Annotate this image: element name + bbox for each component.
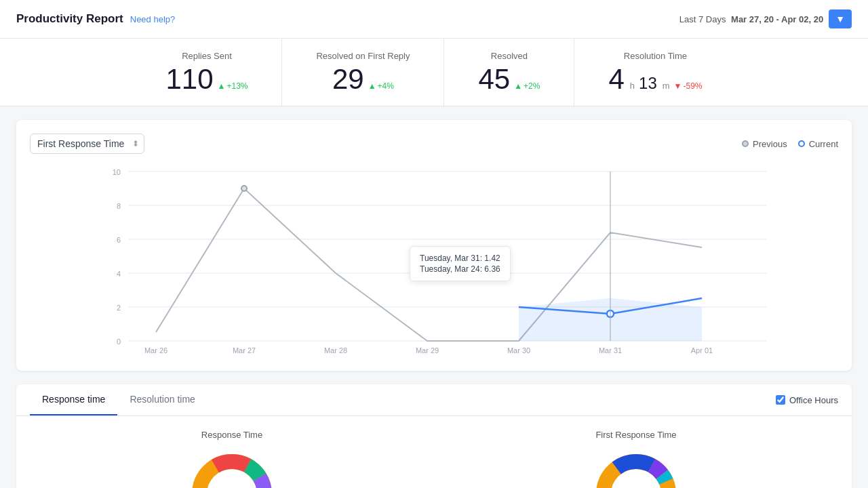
- stat-label-resolution: Resolution Time: [608, 51, 702, 61]
- svg-text:Mar 31: Mar 31: [599, 346, 622, 354]
- stat-change-resolved: ▲ +2%: [514, 81, 540, 91]
- svg-text:2: 2: [117, 304, 121, 312]
- tab-response-time[interactable]: Response time: [30, 384, 117, 415]
- header-left: Productivity Report Need help?: [16, 12, 175, 26]
- page-title: Productivity Report: [16, 12, 123, 26]
- header: Productivity Report Need help? Last 7 Da…: [0, 0, 868, 39]
- date-label: Last 7 Days Mar 27, 20 - Apr 02, 20: [679, 14, 823, 24]
- chart-legend: Previous Current: [742, 139, 838, 149]
- svg-text:Mar 28: Mar 28: [324, 346, 347, 354]
- chart-header: First Response Time Previous Current: [30, 134, 838, 154]
- office-hours-label: Office Hours: [789, 395, 838, 405]
- svg-text:8: 8: [117, 202, 121, 210]
- date-range: Mar 27, 20 - Apr 02, 20: [731, 14, 823, 24]
- stat-resolution-time: Resolution Time 4 h 13 m ▼ -59%: [574, 39, 736, 106]
- chart-metric-select[interactable]: First Response Time: [30, 134, 144, 154]
- stat-value-replies: 110 ▲ +13%: [165, 65, 248, 94]
- stat-change-resolution: ▼ -59%: [674, 81, 703, 91]
- stat-replies-sent: Replies Sent 110 ▲ +13%: [132, 39, 282, 106]
- stat-resolved: Resolved 45 ▲ +2%: [444, 39, 574, 106]
- svg-text:Mar 30: Mar 30: [507, 346, 530, 354]
- svg-text:0: 0: [117, 338, 121, 346]
- tabs-section: Response time Resolution time Office Hou…: [16, 384, 852, 488]
- stat-resolved-first: Resolved on First Reply 29 ▲ +4%: [282, 39, 444, 106]
- stat-label-replies: Replies Sent: [165, 51, 248, 61]
- donuts-row: Response Time First Response Time: [16, 416, 852, 488]
- donut-svg-first-response: [582, 447, 690, 488]
- stat-label-resolved-first: Resolved on First Reply: [316, 51, 410, 61]
- donut-title-first-response: First Response Time: [582, 430, 690, 440]
- svg-text:6: 6: [117, 236, 121, 244]
- donut-first-response-time: First Response Time: [582, 430, 690, 488]
- svg-text:Mar 26: Mar 26: [144, 346, 167, 354]
- office-hours-checkbox[interactable]: [776, 395, 785, 405]
- tabs-list: Response time Resolution time: [30, 384, 208, 415]
- legend-dot-previous: [742, 140, 749, 147]
- help-link[interactable]: Need help?: [130, 14, 176, 24]
- svg-text:10: 10: [113, 168, 121, 176]
- stats-row: Replies Sent 110 ▲ +13% Resolved on Firs…: [0, 39, 868, 106]
- prev-dot-mar27: [241, 186, 247, 191]
- svg-text:Mar 27: Mar 27: [233, 346, 256, 354]
- date-dropdown-button[interactable]: ▼: [829, 9, 852, 28]
- stat-change-resolved-first: ▲ +4%: [368, 81, 394, 91]
- donut-title-response: Response Time: [178, 430, 286, 440]
- chart-select-wrapper[interactable]: First Response Time: [30, 134, 144, 154]
- donut-response-time: Response Time: [178, 430, 286, 488]
- svg-text:Apr 01: Apr 01: [691, 346, 713, 354]
- office-hours-filter: Office Hours: [776, 395, 838, 405]
- legend-previous: Previous: [742, 139, 787, 149]
- chart-section: First Response Time Previous Current 0 2…: [16, 120, 852, 371]
- svg-text:Mar 29: Mar 29: [416, 346, 439, 354]
- chart-svg: 0 2 4 6 8 10 Mar 26 Mar 27 Mar 28 Mar 29…: [30, 165, 838, 354]
- tabs-header: Response time Resolution time Office Hou…: [16, 384, 852, 416]
- legend-dot-current: [798, 140, 805, 147]
- stat-change-replies: ▲ +13%: [218, 81, 248, 91]
- chart-container: 0 2 4 6 8 10 Mar 26 Mar 27 Mar 28 Mar 29…: [30, 165, 838, 357]
- svg-text:4: 4: [117, 270, 121, 278]
- stat-label-resolved: Resolved: [478, 51, 540, 61]
- legend-current: Current: [798, 139, 838, 149]
- tab-resolution-time[interactable]: Resolution time: [117, 384, 208, 415]
- header-right: Last 7 Days Mar 27, 20 - Apr 02, 20 ▼: [679, 9, 852, 28]
- donut-svg-response: [178, 447, 286, 488]
